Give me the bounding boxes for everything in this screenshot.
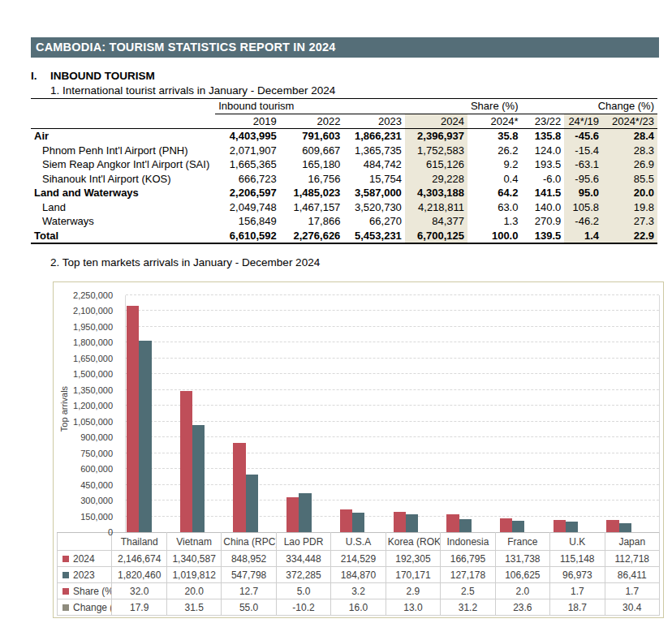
y-tick-label: 1,800,000 xyxy=(73,337,113,347)
cell-value: 22.9 xyxy=(602,229,657,244)
cell-value: 3,520,730 xyxy=(343,200,405,215)
cell-value: 1,365,735 xyxy=(343,144,405,158)
report-title-bar: CAMBODIA: TOURISM STATISTICS REPORT IN 2… xyxy=(31,37,659,58)
legend-cell: 2024 xyxy=(58,551,112,567)
cell-value: 100.0 xyxy=(467,229,522,244)
series-value: 13.0 xyxy=(386,599,440,616)
cell-value: 20.0 xyxy=(602,186,657,200)
category-slot-lao-pdr xyxy=(286,295,339,532)
column-header-24-19: 24*/19 xyxy=(564,114,602,129)
legend-swatch xyxy=(62,572,69,578)
series-value: 166,795 xyxy=(441,551,495,567)
table-row: Phnom Penh Int'l Airport (PNH)2,071,9076… xyxy=(31,144,657,158)
cell-value: 85.5 xyxy=(602,172,657,187)
cell-value: 124.0 xyxy=(521,144,564,158)
cell-value: 156,849 xyxy=(215,214,279,229)
table-row: Air4,403,995791,6031,866,2312,396,93735.… xyxy=(31,129,657,144)
cell-value: 141.5 xyxy=(521,186,564,200)
series-value: 170,171 xyxy=(386,567,440,583)
table-row: Total6,610,5922,276,6265,453,2316,700,12… xyxy=(31,229,657,244)
cell-value: 609,667 xyxy=(280,144,344,158)
cell-value: 4,303,188 xyxy=(405,186,467,200)
table-row: Waterways156,84917,86666,27084,3771.3270… xyxy=(31,214,657,229)
column-header-2019: 2019 xyxy=(215,114,279,129)
y-tick-label: 150,000 xyxy=(80,512,113,522)
cell-value: 791,603 xyxy=(280,129,344,144)
cell-value: 193.5 xyxy=(521,157,564,172)
cell-value: 0.4 xyxy=(467,172,522,187)
y-tick-label: 1,200,000 xyxy=(73,401,113,410)
cell-value: -46.2 xyxy=(564,214,602,229)
cell-value: 6,610,592 xyxy=(215,229,279,244)
row-label: Total xyxy=(31,229,215,244)
row-label: Sihanouk Int'l Airport (KOS) xyxy=(31,172,215,187)
cell-value: 19.8 xyxy=(602,200,657,215)
y-tick-label: 300,000 xyxy=(80,496,113,505)
header-inbound-tourism: Inbound tourism xyxy=(215,99,467,114)
series-value: 3.2 xyxy=(331,583,386,599)
chart-data-table: ThailandVietnamChina (RPC)Lao PDRU.S.AKo… xyxy=(57,532,660,616)
cell-value: -63.1 xyxy=(564,157,602,172)
cell-value: 17,866 xyxy=(280,214,344,229)
cell-value: 1,485,023 xyxy=(280,186,344,200)
cell-value: 26.2 xyxy=(467,144,522,158)
cell-value: 1,665,365 xyxy=(215,157,279,172)
section-title: INBOUND TOURISM xyxy=(50,70,155,82)
series-value: 32.0 xyxy=(112,583,166,599)
series-value: 1.7 xyxy=(605,583,659,599)
chart-caption: 2. Top ten markets arrivals in January -… xyxy=(50,256,320,269)
category-slot-thailand xyxy=(126,295,179,532)
inbound-tourism-table-body: Air4,403,995791,6031,866,2312,396,93735.… xyxy=(31,129,657,244)
series-value: 184,870 xyxy=(331,567,386,583)
cell-value: 135.8 xyxy=(521,129,564,144)
series-value: 2,146,674 xyxy=(112,551,166,567)
bar xyxy=(139,341,151,532)
cell-value: 1.4 xyxy=(564,229,602,244)
series-value: 372,285 xyxy=(276,567,330,583)
chart-series-row: Share (%)32.020.012.75.03.22.92.52.01.71… xyxy=(58,583,660,599)
cell-value: 615,126 xyxy=(405,157,467,172)
row-label: Siem Reap Angkor Int'l Airport (SAI) xyxy=(31,157,215,172)
row-label: Phnom Penh Int'l Airport (PNH) xyxy=(31,144,215,158)
category-label: U.S.A xyxy=(331,533,386,551)
category-header-row: ThailandVietnamChina (RPC)Lao PDRU.S.AKo… xyxy=(58,533,660,551)
cell-value: -15.4 xyxy=(564,144,602,158)
category-label: Lao PDR xyxy=(276,533,330,551)
bar xyxy=(394,512,406,532)
table-row: Land and Waterways2,206,5971,485,0233,58… xyxy=(31,186,657,200)
category-label: China (RPC) xyxy=(222,533,276,551)
bar xyxy=(606,520,618,532)
column-header-2023: 2023 xyxy=(343,114,405,129)
series-value: 112,718 xyxy=(605,551,659,567)
cell-value: 9.2 xyxy=(467,157,522,172)
header-share: Share (%) xyxy=(467,99,522,114)
cell-value: 1,752,583 xyxy=(405,144,467,158)
series-value: 31.2 xyxy=(441,599,495,616)
cell-value: 95.0 xyxy=(564,186,602,200)
series-value: 1,019,812 xyxy=(166,567,221,583)
series-value: 214,529 xyxy=(331,551,386,567)
top-markets-chart: Top arrivals 0150,000300,000450,000600,0… xyxy=(53,281,664,618)
chart-series-row: Change (%)17.931.555.0-10.216.013.031.22… xyxy=(58,599,660,616)
bar xyxy=(180,391,192,532)
series-value: 127,178 xyxy=(441,567,495,583)
cell-value: 4,218,811 xyxy=(405,200,467,215)
y-tick-label: 1,500,000 xyxy=(73,369,113,379)
category-label: Japan xyxy=(605,533,659,551)
cell-value: 64.2 xyxy=(467,186,522,200)
cell-value: -95.6 xyxy=(564,172,602,187)
row-label: Land xyxy=(31,200,215,215)
series-value: 547,798 xyxy=(222,567,276,583)
row-label: Waterways xyxy=(31,214,215,229)
section-heading: I.INBOUND TOURISM xyxy=(31,70,155,82)
cell-value: 2,276,626 xyxy=(280,229,344,244)
cell-value: 1.3 xyxy=(467,214,522,229)
table1-empty-header-cell xyxy=(31,114,215,129)
category-label: Indonesia xyxy=(441,533,495,551)
y-tick-label: 900,000 xyxy=(80,432,113,442)
y-tick-label: 450,000 xyxy=(80,480,113,490)
category-label: France xyxy=(495,533,549,551)
legend-cell: Change (%) xyxy=(58,599,112,616)
series-value: 18.7 xyxy=(550,599,605,616)
cell-value: 139.5 xyxy=(521,229,564,244)
